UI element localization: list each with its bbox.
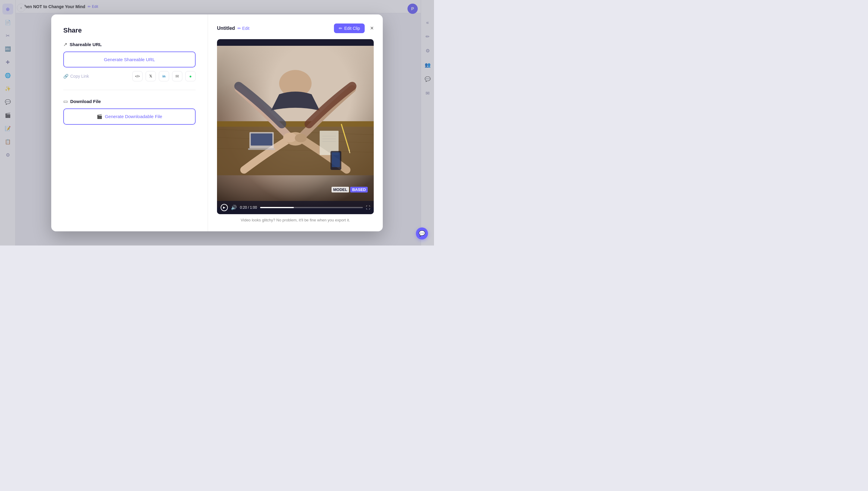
video-svg [217, 46, 374, 207]
svg-rect-10 [251, 133, 273, 145]
time-display: 0:20 / 1:00 [240, 205, 257, 210]
twitter-share-button[interactable]: 𝕏 [146, 71, 156, 81]
download-file-header: ▭ Download File [63, 98, 196, 104]
clip-title: Untitled [217, 26, 235, 31]
share-icons-row: </> 𝕏 in ✉ ● [132, 71, 196, 81]
chat-icon: 💬 [419, 230, 425, 237]
fullscreen-button[interactable]: ⛶ [366, 205, 370, 210]
modal-right-header: Untitled ✏ Edit ✏ Edit Clip × [217, 24, 374, 33]
download-file-section: ▭ Download File 🎬 Generate Downloadable … [63, 98, 196, 125]
section-divider [63, 90, 196, 90]
embed-share-button[interactable]: </> [132, 71, 143, 81]
clip-title-area: Untitled ✏ Edit [217, 26, 250, 31]
email-icon: ✉ [175, 74, 179, 79]
svg-rect-0 [217, 121, 374, 175]
video-thumbnail: MODEL BASED [217, 46, 374, 207]
video-player[interactable]: MODEL BASED ▶ 🔊 0:20 / 1:00 ⛶ [217, 39, 374, 214]
copy-link-row: 🔗 Copy Link </> 𝕏 in [63, 71, 196, 81]
whatsapp-share-button[interactable]: ● [185, 71, 196, 81]
download-file-label: Download File [70, 99, 101, 104]
video-overlay-text: MODEL BASED [332, 187, 368, 193]
svg-rect-17 [332, 152, 340, 167]
chat-widget[interactable]: 💬 [416, 227, 428, 239]
modal-title: Share [63, 27, 196, 34]
share-icon: ↗ [63, 41, 67, 47]
share-modal: Share ↗ Shareable URL Generate Shareable… [51, 15, 383, 231]
download-icon: ▭ [63, 98, 68, 104]
overlay-word-model: MODEL [332, 187, 349, 193]
pencil-icon: ✏ [237, 26, 241, 31]
overlay-word-based: BASED [350, 187, 368, 193]
linkedin-share-button[interactable]: in [159, 71, 169, 81]
svg-point-8 [295, 134, 307, 142]
modal-overlay: Share ↗ Shareable URL Generate Shareable… [0, 0, 434, 246]
email-share-button[interactable]: ✉ [172, 71, 183, 81]
copy-link-button[interactable]: 🔗 Copy Link [63, 74, 89, 79]
twitter-icon: 𝕏 [149, 74, 152, 78]
generate-download-button[interactable]: 🎬 Generate Downloadable File [63, 109, 196, 125]
progress-bar[interactable] [260, 207, 363, 208]
header-right: ✏ Edit Clip × [334, 24, 374, 33]
modal-right-panel: Untitled ✏ Edit ✏ Edit Clip × [208, 15, 383, 231]
edit-clip-icon: ✏ [339, 26, 342, 31]
volume-button[interactable]: 🔊 [231, 205, 237, 210]
video-frame: MODEL BASED [217, 46, 374, 207]
shareable-url-header: ↗ Shareable URL [63, 41, 196, 47]
progress-bar-fill [260, 207, 294, 208]
shareable-url-section: ↗ Shareable URL Generate Shareable URL 🔗… [63, 41, 196, 81]
embed-icon: </> [135, 75, 140, 78]
svg-point-7 [283, 133, 297, 142]
edit-clip-link[interactable]: ✏ Edit [237, 26, 250, 31]
link-icon: 🔗 [63, 74, 68, 79]
video-icon: 🎬 [97, 114, 103, 119]
modal-close-button[interactable]: × [370, 25, 374, 32]
generate-url-button[interactable]: Generate Shareable URL [63, 52, 196, 67]
video-controls: ▶ 🔊 0:20 / 1:00 ⛶ [217, 201, 374, 214]
linkedin-icon: in [163, 75, 165, 78]
modal-left-panel: Share ↗ Shareable URL Generate Shareable… [51, 15, 208, 231]
svg-rect-1 [217, 121, 374, 126]
whatsapp-icon: ● [189, 74, 192, 79]
play-button[interactable]: ▶ [221, 204, 228, 211]
svg-rect-11 [248, 148, 275, 150]
edit-clip-button[interactable]: ✏ Edit Clip [334, 24, 365, 33]
shareable-url-label: Shareable URL [69, 42, 102, 47]
video-caption: Video looks glitchy? No problem, it'll b… [217, 218, 374, 222]
